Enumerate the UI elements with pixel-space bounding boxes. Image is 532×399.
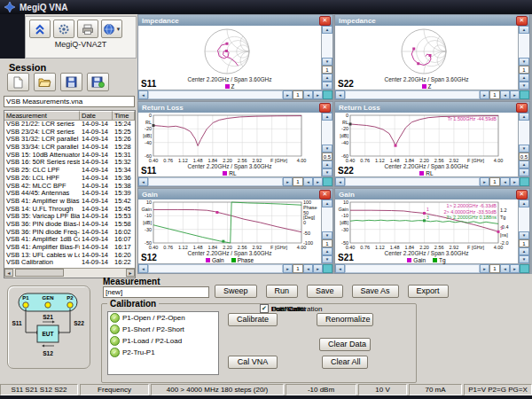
vertical-scrollbar[interactable]: ▲ ▼ 0.5 ▲ ▼: [321, 113, 332, 176]
scroll-down-icon[interactable]: ▼: [322, 58, 332, 66]
close-icon[interactable]: ✕: [516, 103, 528, 113]
save-session-button[interactable]: [60, 73, 82, 91]
vertical-scrollbar[interactable]: ▲ ▼ 1 ▲ ▼: [518, 200, 529, 263]
vertical-scrollbar[interactable]: ▲ ▼ 0.5 ▲ ▼: [518, 113, 529, 176]
zoom-in-icon[interactable]: ▲: [519, 247, 529, 255]
pan-left-icon[interactable]: ◄: [303, 177, 313, 186]
scroll-thumb[interactable]: [15, 269, 64, 277]
scroll-up-icon[interactable]: ▲: [322, 200, 332, 207]
panel-corner-button[interactable]: [520, 264, 529, 273]
table-row[interactable]: VSB 26: LCL HPF 14-09-14 15:36: [4, 175, 135, 183]
scroll-up-icon[interactable]: ▲: [322, 26, 332, 34]
zoom-out-icon[interactable]: ▼: [322, 82, 332, 90]
connect-button[interactable]: [29, 20, 51, 38]
table-row[interactable]: VSB 21/22: LCR series 14-09-14 15:24: [4, 121, 135, 129]
panel-titlebar[interactable]: Gain ✕: [335, 189, 529, 200]
column-header[interactable]: Date: [80, 111, 113, 121]
scroll-up-icon[interactable]: ▲: [519, 113, 529, 121]
table-body[interactable]: VSB 21/22: LCR series 14-09-14 15:24 VSB…: [4, 121, 135, 268]
scroll-left-icon[interactable]: ◄: [335, 264, 345, 273]
session-file-input[interactable]: [4, 96, 135, 107]
pan-left-icon[interactable]: ◄: [303, 264, 313, 273]
scroll-left-icon[interactable]: ◄: [138, 90, 148, 99]
table-row[interactable]: VSB 25: CLC LPF 14-09-14 15:34: [4, 167, 135, 175]
pan-right-icon[interactable]: ►: [510, 177, 520, 186]
panel-titlebar[interactable]: Gain ✕: [138, 189, 332, 200]
scroll-left-icon[interactable]: ◄: [138, 264, 148, 273]
column-header[interactable]: Measurement: [4, 111, 80, 121]
table-row[interactable]: VSB 36: PIN diode Bias-Freq 14-09-14 15:…: [4, 221, 135, 229]
scroll-right-icon[interactable]: ►: [480, 90, 489, 99]
horizontal-scrollbar[interactable]: ◄ ► 1 ◄ ►: [138, 263, 332, 273]
chart-area[interactable]: 10Gain-10[dB]-30-50100Phase50[Deg]0-50-1…: [138, 200, 321, 263]
horizontal-scrollbar[interactable]: ◄ ► 1 ◄ ►: [138, 176, 332, 186]
vscale-value[interactable]: 1: [519, 66, 529, 74]
hscale-value[interactable]: 1: [293, 264, 303, 273]
close-icon[interactable]: ✕: [516, 190, 528, 200]
zoom-out-icon[interactable]: ▼: [519, 82, 529, 90]
close-icon[interactable]: ✕: [516, 16, 528, 26]
zoom-out-icon[interactable]: ▼: [519, 168, 529, 176]
save-session-as-button[interactable]: [87, 73, 109, 91]
pan-right-icon[interactable]: ►: [510, 90, 520, 99]
pan-right-icon[interactable]: ►: [313, 90, 323, 99]
calibration-checkbox[interactable]: Port Norm.: [260, 304, 306, 313]
zoom-in-icon[interactable]: ▲: [519, 74, 529, 82]
calibration-list-item[interactable]: ✓ P1-Open / P2-Open: [108, 312, 218, 324]
scroll-up-icon[interactable]: ▲: [519, 26, 529, 34]
pan-left-icon[interactable]: ◄: [303, 90, 313, 99]
scroll-left-icon[interactable]: ◄: [335, 177, 345, 186]
table-row[interactable]: VSB 16: 50R Series resistor 14-09-14 15:…: [4, 159, 135, 167]
measurement-table[interactable]: MeasurementDateTime VSB 21/22: LCR serie…: [4, 110, 136, 278]
panel-corner-button[interactable]: [323, 177, 332, 186]
open-session-button[interactable]: [34, 73, 56, 91]
measurement-action-button[interactable]: Export: [408, 285, 449, 298]
vscale-value[interactable]: 1: [322, 66, 332, 74]
scroll-right-icon[interactable]: ►: [480, 177, 489, 186]
scroll-right-icon[interactable]: ►: [283, 177, 293, 186]
horizontal-scrollbar[interactable]: ◄ ► 1 ◄ ►: [335, 90, 529, 99]
clear-data-button[interactable]: Clear Data: [319, 338, 371, 351]
pan-left-icon[interactable]: ◄: [500, 90, 510, 99]
table-row[interactable]: VSB Calibration 14-09-14 16:22: [4, 259, 135, 267]
pan-left-icon[interactable]: ◄: [500, 264, 510, 273]
scroll-up-icon[interactable]: ▲: [322, 113, 332, 121]
pan-left-icon[interactable]: ◄: [500, 177, 510, 186]
scroll-down-icon[interactable]: ▼: [322, 145, 332, 153]
hscale-value[interactable]: 1: [489, 90, 500, 99]
panel-corner-button[interactable]: [520, 90, 529, 99]
pan-right-icon[interactable]: ►: [313, 264, 323, 273]
chart-area[interactable]: 10Gain-10[dB]-30-501.2Tg-0.4[ns]-2.00.40…: [335, 200, 518, 263]
table-row[interactable]: VSB 41: Amplifier Bias-Freq 14-09-14 16:…: [4, 244, 135, 252]
table-row[interactable]: VSB 33/34: LCR parallel 14-09-14 15:28: [4, 144, 135, 152]
print-button[interactable]: [77, 20, 98, 38]
scroll-right-icon[interactable]: ►: [283, 90, 293, 99]
vscale-value[interactable]: 1: [322, 239, 332, 247]
vertical-scrollbar[interactable]: ▲ ▼ 1 ▲ ▼: [321, 26, 332, 90]
close-icon[interactable]: ✕: [319, 190, 331, 200]
panel-corner-button[interactable]: [323, 90, 332, 99]
vscale-value[interactable]: 0.5: [519, 153, 529, 160]
panel-titlebar[interactable]: Return Loss ✕: [138, 102, 332, 113]
settings-button[interactable]: [53, 20, 74, 38]
scroll-down-icon[interactable]: ▼: [519, 231, 529, 239]
calibration-list-item[interactable]: ✓ P1-Load / P2-Load: [108, 335, 218, 347]
renormalize-button[interactable]: Renormalize: [317, 313, 373, 326]
hscale-value[interactable]: 1: [293, 90, 303, 99]
scroll-left-icon[interactable]: ◄: [138, 177, 148, 186]
table-row[interactable]: VSB 36: PIN diode Freq-Bias 14-09-14 16:…: [4, 229, 135, 237]
scroll-left-icon[interactable]: ◄: [335, 90, 345, 99]
new-session-button[interactable]: [7, 73, 29, 91]
hscale-value[interactable]: 1: [293, 177, 303, 186]
panel-corner-button[interactable]: [323, 264, 332, 273]
zoom-in-icon[interactable]: ▲: [322, 160, 332, 168]
close-icon[interactable]: ✕: [319, 103, 331, 113]
table-row[interactable]: VSB 41: Amplifier 1dB Comp 14-09-14 16:0…: [4, 236, 135, 244]
scroll-down-icon[interactable]: ▼: [519, 145, 529, 153]
measurement-action-button[interactable]: Sweep: [215, 285, 257, 298]
measurement-action-button[interactable]: Save: [307, 285, 343, 298]
table-row[interactable]: VSB 31/32: LCR parallel 14-09-14 15:26: [4, 136, 135, 144]
zoom-in-icon[interactable]: ▲: [322, 74, 332, 82]
pan-right-icon[interactable]: ►: [313, 177, 323, 186]
scroll-down-icon[interactable]: ▼: [519, 58, 529, 66]
